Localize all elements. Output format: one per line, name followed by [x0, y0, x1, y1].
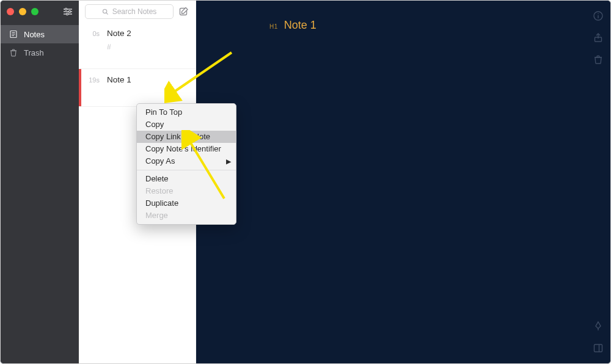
- svg-line-12: [106, 12, 108, 14]
- app-window: Notes Trash: [0, 0, 611, 364]
- minimize-window-button[interactable]: [19, 8, 26, 15]
- sidebar-list: Notes Trash: [1, 23, 79, 62]
- menu-item-pin-to-top[interactable]: Pin To Top: [137, 106, 236, 118]
- svg-point-1: [65, 8, 67, 10]
- note-time: 0s: [86, 30, 100, 37]
- sidebar-item-trash[interactable]: Trash: [1, 43, 79, 62]
- sidebar-item-label: Trash: [24, 48, 44, 57]
- editor-title-text[interactable]: Note 1: [284, 19, 316, 32]
- menu-item-delete[interactable]: Delete: [137, 173, 236, 185]
- context-menu: Pin To Top Copy Copy Link To Note Copy N…: [136, 103, 236, 225]
- search-icon: [102, 9, 109, 15]
- sidebar-item-notes[interactable]: Notes: [1, 25, 79, 43]
- note-item-selected[interactable]: 19s Note 1: [79, 69, 196, 107]
- compose-button[interactable]: [178, 6, 189, 17]
- note-subtitle: #: [107, 43, 188, 51]
- menu-item-duplicate[interactable]: Duplicate: [137, 197, 236, 209]
- pen-icon[interactable]: [593, 321, 604, 332]
- share-icon[interactable]: [593, 32, 604, 43]
- info-icon[interactable]: [593, 10, 604, 21]
- search-placeholder: Search Notes: [112, 7, 157, 16]
- window-controls: [7, 8, 38, 15]
- note-title: Note 1: [107, 75, 131, 84]
- editor[interactable]: H1 Note 1: [196, 1, 586, 363]
- close-window-button[interactable]: [7, 8, 14, 15]
- submenu-chevron-icon: ▶: [226, 155, 231, 167]
- sidebar-item-label: Notes: [24, 30, 45, 39]
- editor-heading: H1 Note 1: [269, 19, 316, 32]
- svg-point-11: [103, 9, 106, 13]
- panel-icon[interactable]: [593, 343, 604, 354]
- sidebar: Notes Trash: [1, 1, 79, 363]
- menu-item-copy-link-to-note[interactable]: Copy Link To Note: [137, 131, 236, 143]
- svg-rect-20: [595, 344, 602, 352]
- note-time: 19s: [86, 76, 100, 84]
- menu-item-copy-note-identifier[interactable]: Copy Note's Identifier: [137, 143, 236, 155]
- zoom-window-button[interactable]: [31, 8, 38, 15]
- menu-item-label: Copy As: [145, 156, 175, 166]
- menu-item-merge: Merge: [137, 209, 236, 222]
- settings-icon[interactable]: [63, 7, 73, 16]
- notes-icon: [9, 30, 18, 38]
- svg-point-5: [66, 13, 68, 15]
- menu-separator: [137, 170, 236, 170]
- svg-point-16: [598, 13, 599, 15]
- note-list-toolbar: Search Notes: [79, 1, 196, 23]
- svg-point-3: [68, 10, 70, 12]
- menu-item-copy-as[interactable]: Copy As ▶: [137, 155, 236, 167]
- menu-item-restore: Restore: [137, 185, 236, 197]
- trash-icon: [9, 48, 18, 57]
- right-toolbar: [586, 1, 610, 363]
- trash-icon[interactable]: [593, 54, 604, 65]
- titlebar: [1, 1, 79, 23]
- heading-level-label: H1: [269, 23, 278, 30]
- note-title: Note 2: [107, 29, 131, 38]
- search-input[interactable]: Search Notes: [85, 4, 174, 19]
- menu-item-copy[interactable]: Copy: [137, 118, 236, 131]
- note-item[interactable]: 0s Note 2 #: [79, 23, 196, 69]
